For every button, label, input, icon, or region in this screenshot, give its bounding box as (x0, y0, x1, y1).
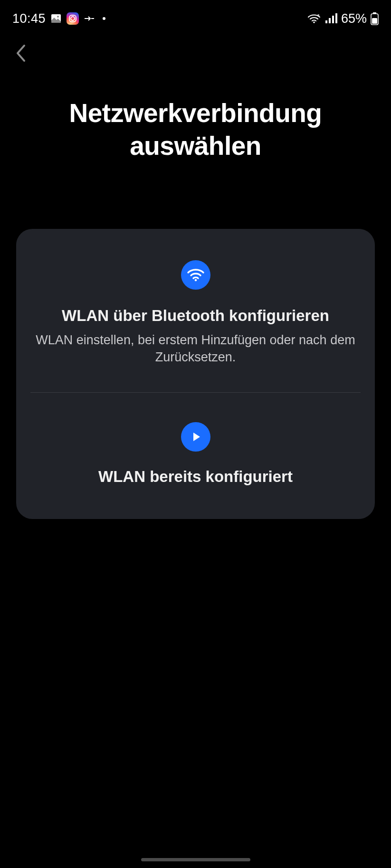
instagram-icon (67, 12, 79, 25)
svg-text:6: 6 (317, 13, 320, 18)
options-card: WLAN über Bluetooth konfigurieren WLAN e… (16, 229, 375, 519)
option-already-title: WLAN bereits konfiguriert (30, 468, 361, 486)
option-configure-wlan[interactable]: WLAN über Bluetooth konfigurieren WLAN e… (16, 229, 375, 393)
svg-rect-7 (335, 13, 337, 23)
gallery-icon (50, 13, 62, 24)
option-already-configured[interactable]: WLAN bereits konfiguriert (30, 392, 361, 519)
option-configure-desc: WLAN einstellen, bei erstem Hinzufügen o… (30, 331, 361, 366)
svg-rect-5 (329, 18, 331, 23)
signal-icon (325, 13, 337, 24)
wifi-icon: 6 (307, 13, 321, 24)
svg-point-2 (313, 21, 315, 23)
option-configure-title: WLAN über Bluetooth konfigurieren (30, 307, 361, 325)
status-left: 10:45 (12, 11, 105, 26)
svg-point-11 (194, 279, 197, 281)
chevron-left-icon (15, 44, 27, 63)
home-indicator[interactable] (141, 858, 250, 861)
status-right: 6 65% (307, 11, 379, 26)
play-circle-icon (181, 422, 210, 452)
arrow-icon (84, 15, 95, 22)
notification-dot-icon (103, 17, 105, 20)
svg-rect-6 (332, 16, 334, 23)
battery-icon (371, 12, 379, 25)
svg-rect-4 (325, 20, 327, 23)
svg-rect-10 (372, 18, 377, 24)
status-time: 10:45 (12, 11, 46, 26)
svg-point-1 (57, 16, 59, 18)
battery-percent: 65% (341, 11, 367, 26)
status-bar: 10:45 6 (0, 0, 391, 28)
back-button[interactable] (10, 42, 32, 65)
wifi-circle-icon (181, 260, 210, 290)
page-title: Netzwerkverbindung auswählen (0, 65, 391, 162)
